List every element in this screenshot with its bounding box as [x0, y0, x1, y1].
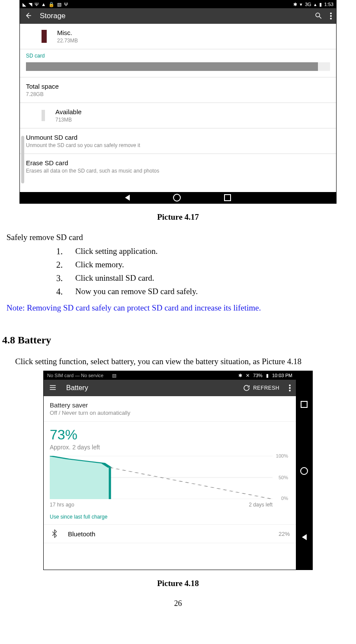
available-row[interactable]: Available 713MB [20, 103, 336, 128]
row-title: Battery saver [50, 401, 290, 409]
screenshot-battery: No SIM card — No service ▧ ✱ ✕ 73% ▮ 10:… [43, 371, 313, 570]
appbar-title: Battery [66, 384, 88, 392]
x-label-left: 17 hrs ago [50, 502, 74, 508]
screenshot-storage: ◣ ◥ Ψ ▲ 🔒 ▧ Ψ ✱ ▾ 3G ▴ ▮ 1:53 Storage [19, 0, 337, 204]
step-text: Now you can remove SD card safely. [69, 287, 198, 297]
total-space-row[interactable]: Total space 7.28GB [20, 77, 336, 103]
clock: 1:53 [324, 2, 334, 7]
battery-graph: 100% 50% 0% [50, 456, 273, 499]
row-subtitle: Unmount the SD card so you can safely re… [26, 142, 140, 148]
row-title: Unmount SD card [26, 134, 140, 141]
signal-icon: ▴ [314, 2, 317, 7]
bluetooth-icon: ✱ [293, 2, 297, 7]
row-title: Misc. [57, 29, 78, 36]
svg-point-0 [316, 13, 320, 17]
battery-icon: ▮ [319, 2, 322, 7]
gallery-icon: ▧ [57, 2, 61, 7]
step-num: 4. [56, 287, 69, 297]
row-subtitle: 713MB [55, 117, 82, 123]
android-navbar [20, 192, 336, 203]
wifi-icon: ▾ [300, 2, 302, 7]
y-label: 100% [276, 453, 288, 458]
nav-home-icon[interactable] [173, 194, 181, 202]
nav-back-icon[interactable] [302, 534, 307, 540]
y-label: 50% [279, 475, 288, 480]
row-subtitle: Erases all data on the SD card, such as … [26, 168, 159, 174]
row-title: Erase SD card [26, 159, 159, 167]
refresh-button[interactable]: REFRESH [243, 384, 279, 392]
appbar: Battery REFRESH [44, 380, 296, 396]
appbar-title: Storage [40, 12, 66, 20]
overflow-icon[interactable] [330, 12, 332, 20]
row-subtitle: 22.73MB [57, 38, 78, 44]
bluetooth-icon: ✱ [238, 373, 242, 378]
safely-remove-heading: Safely remove SD card [6, 233, 350, 242]
status-icon: ◣ [22, 2, 26, 7]
search-icon[interactable] [314, 12, 322, 21]
statusbar: ◣ ◥ Ψ ▲ 🔒 ▧ Ψ ✱ ▾ 3G ▴ ▮ 1:53 [20, 0, 336, 8]
clock: 10:03 PM [272, 373, 292, 378]
step-num: 3. [56, 273, 69, 283]
erase-sd-row[interactable]: Erase SD card Erases all data on the SD … [20, 154, 336, 179]
usb-icon: Ψ [35, 2, 38, 7]
section-body: Click setting function, select battery, … [15, 357, 350, 366]
lock-icon: 🔒 [48, 2, 55, 7]
sdcard-section-label: SD card [20, 49, 336, 61]
step-num: 2. [56, 260, 69, 270]
battery-pct: 73% [253, 373, 263, 378]
network-label: 3G [305, 2, 311, 7]
gallery-icon: ▧ [112, 373, 116, 378]
nav-back-icon[interactable] [125, 195, 130, 201]
x-label-right: 2 days left [249, 502, 273, 508]
row-subtitle: 7.28GB [26, 91, 59, 97]
nav-recent-icon[interactable] [224, 194, 231, 201]
battery-big-pct: 73% [50, 427, 290, 443]
note-text: Note: Removing SD card safely can protec… [6, 303, 350, 313]
row-pct: 22% [279, 531, 290, 537]
mute-icon: ✕ [246, 373, 250, 378]
misc-icon [42, 30, 47, 43]
step-num: 1. [56, 247, 69, 256]
warning-icon: ▲ [41, 2, 46, 7]
row-title: Available [55, 108, 82, 115]
battery-icon: ▮ [266, 373, 269, 378]
battery-chart[interactable]: 73% Approx. 2 days left 100% 50% 0% [44, 422, 296, 509]
page-number: 26 [0, 599, 356, 608]
steps-list: 1.Click setting application. 2.Click mem… [56, 247, 356, 297]
bluetooth-usage-row[interactable]: Bluetooth 22% [44, 524, 296, 543]
refresh-label: REFRESH [253, 385, 279, 391]
nav-home-icon[interactable] [300, 467, 308, 475]
back-icon[interactable] [24, 12, 32, 21]
section-heading: 4.8 Battery [2, 334, 356, 346]
figure-caption: Picture 4.17 [0, 212, 356, 222]
nav-recent-icon[interactable] [301, 401, 308, 408]
battery-saver-row[interactable]: Battery saver Off / Never turn on automa… [44, 396, 296, 422]
figure-caption: Picture 4.18 [0, 579, 356, 588]
battery-estimate: Approx. 2 days left [50, 444, 290, 451]
overflow-icon[interactable] [289, 384, 291, 392]
step-text: Click setting application. [69, 247, 158, 256]
no-sim-label: No SIM card — No service [47, 373, 103, 378]
available-icon [42, 110, 45, 121]
misc-row[interactable]: Misc. 22.73MB [20, 24, 336, 49]
menu-icon[interactable] [49, 384, 57, 393]
scrollbar[interactable] [20, 26, 25, 195]
android-navbar-vertical [296, 371, 312, 570]
row-title: Bluetooth [68, 530, 95, 538]
y-label: 0% [281, 496, 288, 501]
row-title: Total space [26, 83, 59, 90]
row-subtitle: Off / Never turn on automatically [50, 410, 290, 416]
use-since-label: Use since last full charge [44, 509, 296, 524]
appbar: Storage [20, 8, 336, 24]
status-icon: ◥ [29, 2, 32, 7]
usb-icon: Ψ [64, 2, 68, 7]
step-text: Click memory. [69, 260, 124, 270]
step-text: Click uninstall SD card. [69, 273, 154, 283]
statusbar: No SIM card — No service ▧ ✱ ✕ 73% ▮ 10:… [44, 371, 296, 380]
sdcard-usage-bar [20, 61, 336, 77]
bluetooth-icon [50, 529, 59, 538]
unmount-sd-row[interactable]: Unmount SD card Unmount the SD card so y… [20, 128, 336, 154]
